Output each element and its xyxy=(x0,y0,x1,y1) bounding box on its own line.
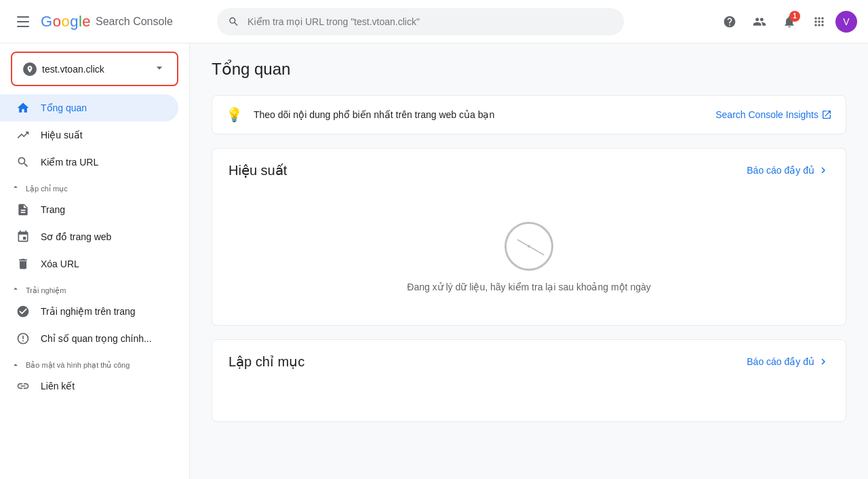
lap-chi-muc-title: Lập chỉ mục xyxy=(229,353,304,370)
home-icon xyxy=(16,101,30,115)
google-logo: Google xyxy=(41,13,90,31)
logo-area[interactable]: Google Search Console xyxy=(41,13,173,31)
external-link-icon xyxy=(821,109,832,120)
search-input-wrap[interactable] xyxy=(217,8,624,35)
sidebar-item-kiem-tra-url[interactable]: Kiểm tra URL xyxy=(0,149,178,176)
lap-chi-muc-card: Lập chỉ mục Báo cáo đầy đủ xyxy=(212,339,846,422)
trending-up-icon xyxy=(16,128,30,142)
property-chevron-icon xyxy=(153,61,166,77)
avatar[interactable]: V xyxy=(835,11,857,33)
hieu-suat-card-header: Hiệu suất Báo cáo đầy đủ xyxy=(212,149,846,189)
info-banner: 💡 Theo dõi nội dung phổ biến nhất trên t… xyxy=(212,95,846,134)
hieu-suat-loading-area: Đang xử lý dữ liệu, hãy kiểm tra lại sau… xyxy=(212,189,846,325)
sidebar-item-trai-nghiem-tren-trang[interactable]: Trải nghiệm trên trang xyxy=(0,298,178,325)
sidebar-item-label: Tổng quan xyxy=(41,102,87,113)
hieu-suat-title: Hiệu suất xyxy=(229,162,287,178)
sidebar-item-xoa-url[interactable]: Xóa URL xyxy=(0,250,178,277)
sidebar-item-hieu-suat[interactable]: Hiệu suất xyxy=(0,121,178,149)
help-button[interactable] xyxy=(716,8,743,35)
main-content: Tổng quan 💡 Theo dõi nội dung phổ biến n… xyxy=(190,43,868,479)
sidebar-item-label: Hiệu suất xyxy=(41,130,83,140)
sidebar-item-trang[interactable]: Trang xyxy=(0,196,178,223)
menu-button[interactable] xyxy=(11,9,35,34)
loading-text: Đang xử lý dữ liệu, hãy kiểm tra lại sau… xyxy=(407,282,650,292)
search-console-insights-link[interactable]: Search Console Insights xyxy=(715,109,832,120)
sidebar-item-lien-ket[interactable]: Liên kết xyxy=(0,372,178,400)
search-icon xyxy=(228,16,239,28)
topbar-right: 1 V xyxy=(716,8,857,35)
search-console-tips-button[interactable] xyxy=(746,8,773,35)
delete-icon xyxy=(16,257,30,271)
hieu-suat-full-report-link[interactable]: Báo cáo đầy đủ xyxy=(747,164,829,176)
page-title: Tổng quan xyxy=(212,60,846,79)
info-banner-text: Theo dõi nội dung phổ biến nhất trên tra… xyxy=(254,109,705,120)
sidebar-item-label: Kiểm tra URL xyxy=(41,157,98,168)
lightbulb-icon: 💡 xyxy=(226,107,243,123)
topbar: Google Search Console 1 V xyxy=(0,0,868,43)
layout: test.vtoan.click Tổng quan Hiệu suất Kiể… xyxy=(0,43,868,479)
lap-chi-muc-content xyxy=(212,381,846,421)
property-selector[interactable]: test.vtoan.click xyxy=(11,52,178,86)
vitals-icon xyxy=(16,332,30,345)
sitemap-icon xyxy=(16,230,30,244)
clock-center xyxy=(528,245,530,248)
topbar-left: Google Search Console xyxy=(11,9,201,34)
notification-badge: 1 xyxy=(789,11,800,22)
clock-hand-min xyxy=(529,246,545,256)
sidebar-item-chi-so-quan-trong[interactable]: Chỉ số quan trọng chính... xyxy=(0,325,178,352)
sidebar-item-so-do-trang-web[interactable]: Sơ đồ trang web xyxy=(0,223,178,250)
chevron-right-icon xyxy=(817,164,829,176)
chevron-right-icon xyxy=(817,356,829,368)
sidebar-section-lap-chi-muc[interactable]: Lập chỉ mục xyxy=(0,176,189,196)
property-icon xyxy=(23,62,37,76)
property-name: test.vtoan.click xyxy=(42,64,147,75)
notifications-button[interactable]: 1 xyxy=(776,8,803,35)
clock-icon xyxy=(505,222,553,271)
sidebar: test.vtoan.click Tổng quan Hiệu suất Kiể… xyxy=(0,43,190,479)
lap-chi-muc-full-report-link[interactable]: Báo cáo đầy đủ xyxy=(747,356,829,368)
search-nav-icon xyxy=(16,155,30,169)
sidebar-item-tong-quan[interactable]: Tổng quan xyxy=(0,94,178,121)
hieu-suat-card: Hiệu suất Báo cáo đầy đủ Đang xử lý dữ l… xyxy=(212,148,846,326)
link-icon xyxy=(16,379,30,393)
file-icon xyxy=(16,203,30,216)
page-experience-icon xyxy=(16,305,30,318)
sidebar-section-trai-nghiem[interactable]: Trải nghiệm xyxy=(0,277,189,298)
search-bar xyxy=(217,8,624,35)
lap-chi-muc-card-header: Lập chỉ mục Báo cáo đầy đủ xyxy=(212,340,846,381)
apps-button[interactable] xyxy=(806,8,833,35)
app-title: Search Console xyxy=(96,16,173,28)
sidebar-section-bao-mat[interactable]: Bảo mật và hình phạt thủ công xyxy=(0,352,189,372)
search-input[interactable] xyxy=(248,16,613,27)
